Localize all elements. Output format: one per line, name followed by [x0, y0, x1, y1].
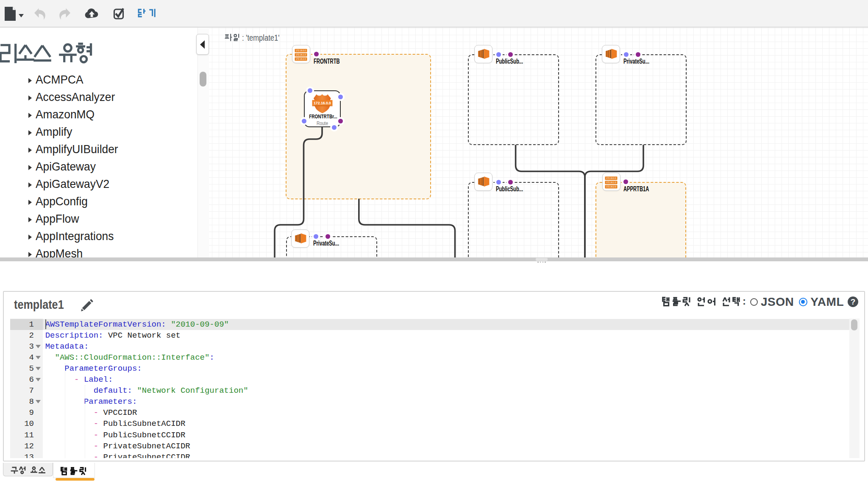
svg-text:172.16.2.0: 172.16.2.0: [606, 185, 616, 188]
svg-text:172.16.2.0: 172.16.2.0: [296, 58, 306, 60]
svg-text:172.16.0.0: 172.16.0.0: [314, 100, 331, 105]
svg-text:172.16.1.0: 172.16.1.0: [606, 181, 616, 184]
svg-text:172.16.1.0: 172.16.1.0: [296, 53, 306, 56]
svg-text:172.16.0.0: 172.16.0.0: [606, 177, 616, 179]
svg-text:172.16.0.0: 172.16.0.0: [296, 49, 306, 52]
